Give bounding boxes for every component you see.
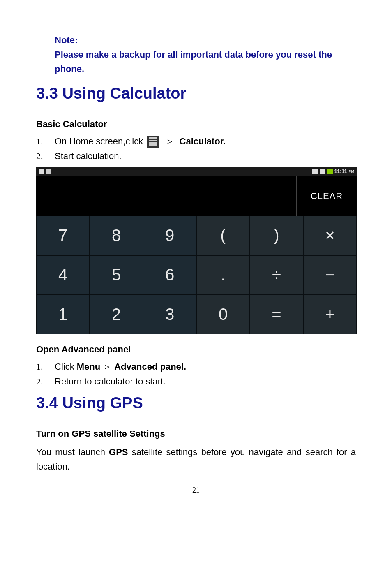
- calc-key-)[interactable]: ): [250, 216, 303, 255]
- calculator-display[interactable]: [36, 176, 296, 216]
- step-text: Start calculation.: [55, 151, 356, 162]
- list-item: 1. On Home screen,click ＞ Calculator.: [36, 135, 356, 148]
- calc-key-.[interactable]: .: [196, 255, 250, 295]
- sd-card-icon: [39, 169, 44, 174]
- subheading-basic-calculator: Basic Calculator: [36, 119, 356, 130]
- status-time: 11:11: [334, 169, 347, 174]
- calc-key-0[interactable]: 0: [196, 295, 250, 334]
- step-text-bold: Calculator.: [180, 136, 226, 146]
- signal-icon: [320, 169, 325, 174]
- calc-key-=[interactable]: =: [250, 295, 303, 334]
- apps-grid-icon: [147, 136, 159, 148]
- step-text: On Home screen,click: [55, 136, 143, 146]
- calc-key-+[interactable]: +: [303, 295, 357, 334]
- calc-key-5[interactable]: 5: [90, 255, 143, 295]
- calc-key-1[interactable]: 1: [36, 295, 90, 334]
- usb-icon: [46, 169, 51, 174]
- note-title: Note:: [55, 33, 356, 47]
- calc-key-÷[interactable]: ÷: [250, 255, 303, 295]
- section-heading-33: 3.3 Using Calculator: [36, 85, 356, 102]
- step-text: Click: [55, 361, 77, 372]
- calc-key-9[interactable]: 9: [143, 216, 196, 255]
- section-heading-34: 3.4 Using GPS: [36, 394, 356, 412]
- body-text: You must launch: [36, 447, 109, 457]
- note-body: Please make a backup for all important d…: [55, 47, 356, 76]
- page-number: 21: [36, 486, 356, 495]
- list-number: 2.: [36, 151, 55, 162]
- clear-button[interactable]: CLEAR: [296, 176, 357, 216]
- subheading-advanced-panel: Open Advanced panel: [36, 344, 356, 355]
- step-text-bold: Menu: [77, 361, 100, 372]
- list-item: 2. Return to calculator to start.: [36, 376, 356, 387]
- calc-key-8[interactable]: 8: [90, 216, 143, 255]
- chevron-right-icon: ＞: [103, 361, 112, 372]
- battery-icon: [327, 169, 333, 174]
- list-number: 2.: [36, 376, 55, 387]
- calc-key-4[interactable]: 4: [36, 255, 90, 295]
- calc-key-−[interactable]: −: [303, 255, 357, 295]
- list-item: 1. Click Menu＞Advanced panel.: [36, 361, 356, 373]
- body-text-bold: GPS: [109, 447, 128, 457]
- status-ampm: PM: [349, 169, 355, 174]
- calc-key-7[interactable]: 7: [36, 216, 90, 255]
- subheading-gps-settings: Turn on GPS satellite Settings: [36, 428, 356, 439]
- calc-key-([interactable]: (: [196, 216, 250, 255]
- calculator-screenshot: 11:11 PM CLEAR 789()×456.÷−1230=+: [36, 167, 357, 334]
- note-block: Note: Please make a backup for all impor…: [55, 33, 356, 76]
- calc-key-2[interactable]: 2: [90, 295, 143, 334]
- chevron-right-icon: ＞: [165, 136, 174, 146]
- 3g-icon: [312, 169, 318, 174]
- calc-key-6[interactable]: 6: [143, 255, 196, 295]
- list-number: 1.: [36, 136, 55, 147]
- calc-key-×[interactable]: ×: [303, 216, 357, 255]
- list-number: 1.: [36, 361, 55, 372]
- status-bar: 11:11 PM: [36, 167, 357, 176]
- body-paragraph: You must launch GPS satellite settings b…: [36, 445, 356, 474]
- step-text: Return to calculator to start.: [55, 376, 356, 387]
- step-text-bold: Advanced panel.: [114, 361, 186, 372]
- calc-key-3[interactable]: 3: [143, 295, 196, 334]
- list-item: 2. Start calculation.: [36, 151, 356, 162]
